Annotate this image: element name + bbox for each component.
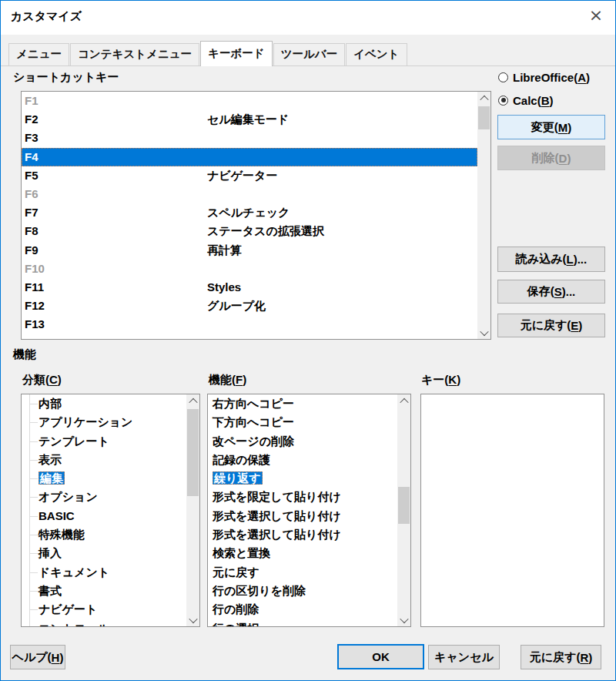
function-item[interactable]: 記録の保護 <box>208 451 397 469</box>
function-item[interactable]: 検索と置換 <box>208 544 397 562</box>
shortcut-key: F9 <box>25 241 38 260</box>
shortcut-row[interactable]: F9再計算 <box>22 241 477 260</box>
shortcut-key: F14 <box>25 334 45 339</box>
shortcut-row[interactable]: F11Styles <box>22 278 477 297</box>
category-item[interactable]: ナビゲート <box>22 600 186 619</box>
scroll-up-icon[interactable] <box>186 394 199 408</box>
shortcut-row[interactable]: F8ステータスの拡張選択 <box>22 222 477 240</box>
tab-1[interactable]: コンテキストメニュー <box>70 43 199 65</box>
shortcut-command: ナビゲーター <box>207 166 277 185</box>
radio-circle-icon[interactable] <box>498 72 508 82</box>
shortcut-row[interactable]: F1 <box>22 92 477 110</box>
shortcut-row[interactable]: F5ナビゲーター <box>22 166 477 185</box>
reset-button-footer[interactable]: 元に戻す(R) <box>521 645 601 669</box>
scrollbar-thumb[interactable] <box>398 487 410 524</box>
scroll-up-icon[interactable] <box>397 394 410 408</box>
customize-dialog: カスタマイズ × メニューコンテキストメニューキーボードツールバーイベント ショ… <box>0 0 616 681</box>
shortcut-key: F12 <box>25 297 45 315</box>
category-item[interactable]: BASIC <box>22 507 186 525</box>
category-item[interactable]: 編集 <box>22 469 186 488</box>
shortcut-rows: F1F2セル編集モードF3F4F5ナビゲーターF6F7スペルチェックF8ステータ… <box>22 92 477 339</box>
shortcut-row[interactable]: F2セル編集モード <box>22 110 477 129</box>
scroll-down-icon[interactable] <box>397 613 410 626</box>
scrollbar-thumb[interactable] <box>187 409 199 496</box>
function-item[interactable]: 元に戻す <box>208 563 397 582</box>
function-item[interactable]: 形式を限定して貼り付け <box>208 488 397 506</box>
category-items: 内部アプリケーションテンプレート表示編集オプションBASIC特殊機能挿入ドキュメ… <box>22 394 186 626</box>
delete-button: 削除(D) <box>497 146 605 170</box>
shortcut-row[interactable]: F12グループ化 <box>22 297 477 315</box>
function-item[interactable]: 下方向へコピー <box>208 413 397 431</box>
tab-4[interactable]: イベント <box>346 43 407 65</box>
reset-button-side[interactable]: 元に戻す(E) <box>497 314 605 337</box>
shortcut-row[interactable]: F6 <box>22 185 477 203</box>
scroll-down-icon[interactable] <box>477 326 490 339</box>
function-item-label: 行の選択 <box>213 622 259 626</box>
radio-calc-label: Calc(B) <box>513 94 554 107</box>
shortcut-row[interactable]: F7スペルチェック <box>22 203 477 222</box>
category-item[interactable]: アプリケーション <box>22 413 186 431</box>
function-item-label: 繰り返す <box>213 471 263 485</box>
scrollbar-thumb[interactable] <box>478 106 490 129</box>
load-button[interactable]: 読み込み(L)... <box>497 247 605 272</box>
shortcut-row[interactable]: F13 <box>22 315 477 334</box>
function-item[interactable]: 行の区切りを削除 <box>208 582 397 600</box>
category-item-label: 書式 <box>38 584 62 597</box>
function-list[interactable]: 右方向へコピー下方向へコピー改ページの削除記録の保護繰り返す形式を限定して貼り付… <box>207 394 411 627</box>
category-item-label: BASIC <box>38 509 75 522</box>
category-item[interactable]: 挿入 <box>22 544 186 562</box>
function-item-label: 検索と置換 <box>213 546 270 559</box>
category-item[interactable]: コントロール <box>22 619 186 626</box>
radio-circle-icon[interactable] <box>498 96 508 106</box>
scroll-down-icon[interactable] <box>186 613 199 626</box>
category-scrollbar[interactable] <box>186 394 199 626</box>
close-icon[interactable]: × <box>581 2 611 27</box>
category-item-label: 挿入 <box>38 546 62 559</box>
function-item[interactable]: 繰り返す <box>208 469 397 488</box>
category-item[interactable]: オプション <box>22 488 186 506</box>
scroll-up-icon[interactable] <box>477 92 490 105</box>
category-item[interactable]: 内部 <box>22 394 186 413</box>
category-item-label: 特殊機能 <box>38 528 85 541</box>
category-item[interactable]: テンプレート <box>22 432 186 451</box>
category-item[interactable]: 書式 <box>22 582 186 600</box>
save-button[interactable]: 保存(S)... <box>497 280 605 304</box>
shortcut-command: グループ化 <box>207 297 266 315</box>
category-item[interactable]: 表示 <box>22 451 186 469</box>
radio-calc[interactable]: Calc(B) <box>498 93 554 107</box>
shortcut-command: 再計算 <box>207 241 242 260</box>
category-list[interactable]: 内部アプリケーションテンプレート表示編集オプションBASIC特殊機能挿入ドキュメ… <box>21 394 200 627</box>
shortcut-row[interactable]: F3 <box>22 129 477 147</box>
category-item[interactable]: ドキュメント <box>22 563 186 582</box>
function-item[interactable]: 行の削除 <box>208 600 397 619</box>
function-item[interactable]: 右方向へコピー <box>208 394 397 413</box>
shortcut-key-list[interactable]: F1F2セル編集モードF3F4F5ナビゲーターF6F7スペルチェックF8ステータ… <box>21 91 491 340</box>
shortcut-row[interactable]: F14 <box>22 334 477 339</box>
function-item[interactable]: 形式を選択して貼り付け <box>208 525 397 544</box>
key-list[interactable] <box>420 394 604 627</box>
tab-3[interactable]: ツールバー <box>273 43 346 65</box>
shortcut-row[interactable]: F10 <box>22 260 477 278</box>
shortcut-list-scrollbar[interactable] <box>477 92 490 339</box>
function-scrollbar[interactable] <box>397 394 410 626</box>
tab-2[interactable]: キーボード <box>200 41 273 66</box>
function-item[interactable]: 形式を選択して貼り付け <box>208 507 397 525</box>
function-item-label: 形式を選択して貼り付け <box>213 528 341 541</box>
tab-0[interactable]: メニュー <box>8 43 69 65</box>
change-button[interactable]: 変更(M) <box>497 115 605 139</box>
radio-libreoffice[interactable]: LibreOffice(A) <box>498 70 590 84</box>
function-item-label: 記録の保護 <box>213 453 270 466</box>
category-item-label: 内部 <box>38 397 62 410</box>
function-item[interactable]: 行の選択 <box>208 619 397 626</box>
function-item-label: 行の区切りを削除 <box>213 584 306 597</box>
ok-button[interactable]: OK <box>337 644 424 669</box>
cancel-button[interactable]: キャンセル <box>428 645 500 669</box>
shortcut-key: F11 <box>25 278 44 297</box>
shortcut-key: F3 <box>25 129 38 147</box>
category-item-label: ナビゲート <box>38 602 97 616</box>
shortcut-command: セル編集モード <box>207 110 289 129</box>
shortcut-row[interactable]: F4 <box>22 148 477 166</box>
category-item[interactable]: 特殊機能 <box>22 525 186 544</box>
function-item[interactable]: 改ページの削除 <box>208 432 397 451</box>
help-button[interactable]: ヘルプ(H) <box>10 645 65 669</box>
